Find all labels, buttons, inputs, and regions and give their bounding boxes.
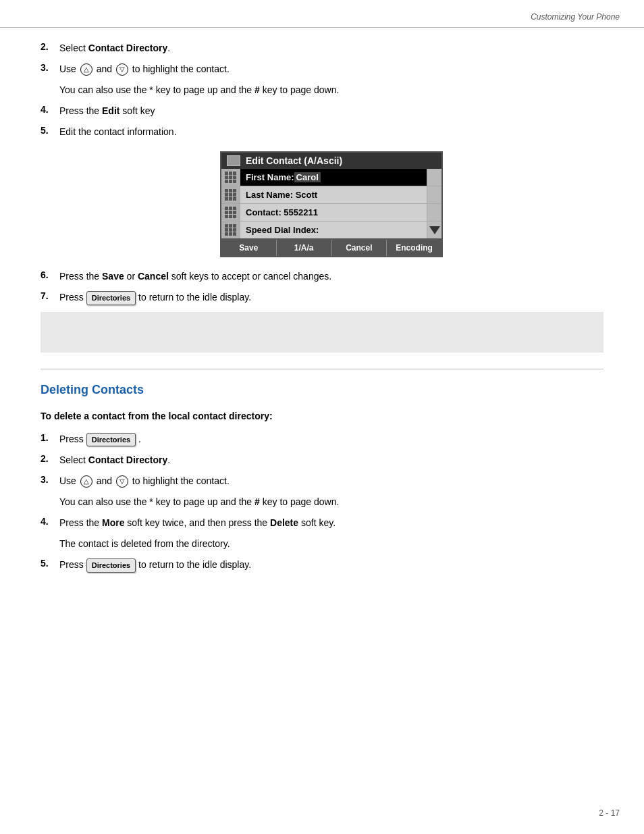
step-6: 6. Press the Save or Cancel soft keys to… [41,269,603,284]
phone-scroll-arrow [427,221,441,238]
main-content: 2. Select Contact Directory. 3. Use △ an… [0,28,644,593]
step-3-content: Use △ and ▽ to highlight the contact. [59,62,603,76]
s2-step-3: 3. Use △ and ▽ to highlight the contact. [41,474,603,488]
s2-step-4-sub: The contact is deleted from the director… [59,537,603,551]
step-2-content: Select Contact Directory. [59,41,603,55]
phone-row-3: Contact: 5552211 [221,204,441,221]
step-7: 7. Press Directories to return to the id… [41,290,603,305]
s2-step-3-content: Use △ and ▽ to highlight the contact. [59,474,603,488]
step-4-content: Press the Edit soft key [59,104,603,118]
phone-row-4-icon [221,221,240,238]
grid-icon-2 [225,189,236,201]
s2-step-3-sub: You can also use the * key to page up an… [59,495,603,509]
phone-row-3-content: Contact: 5552211 [240,204,427,221]
page-footer: 2 - 17 [599,808,620,818]
phone-row-1-icon [221,169,240,186]
scroll-down-icon [429,226,440,234]
step-4-bold: Edit [102,105,119,116]
phone-row-1: First Name:Carol [221,169,441,186]
step-2-number: 2. [41,41,59,52]
phone-row-2: Last Name: Scott [221,186,441,204]
step-2: 2. Select Contact Directory. [41,41,603,55]
page-header: Customizing Your Phone [0,0,644,28]
step-7-content: Press Directories to return to the idle … [59,290,603,305]
phone-screen-titlebar: Edit Contact (A/Ascii) [221,153,441,169]
up-arrow-icon: △ [80,63,92,76]
phone-screen-title: Edit Contact (A/Ascii) [246,155,342,166]
grid-icon-3 [225,207,236,218]
s2-step-2-number: 2. [41,453,59,464]
step-3-sub: You can also use the * key to page up an… [59,83,603,97]
s2-step-4: 4. Press the More soft key twice, and th… [41,516,603,530]
step-6-content: Press the Save or Cancel soft keys to ac… [59,269,603,284]
s2-up-arrow-icon: △ [80,475,92,488]
phone-softkeys: Save 1/A/a Cancel Encoding [221,238,441,256]
down-arrow-icon: ▽ [116,63,128,76]
step-5-content: Edit the contact information. [59,125,603,139]
grid-icon-1 [225,172,236,183]
s2-step-1-content: Press Directories . [59,432,603,447]
step-6-number: 6. [41,269,59,280]
step-4: 4. Press the Edit soft key [41,104,603,118]
s2-step-1: 1. Press Directories . [41,432,603,447]
directories-button-3[interactable]: Directories [86,558,136,573]
phone-row-4-content: Speed Dial Index: [240,221,427,238]
phone-row-2-icon [221,186,240,203]
note-box [41,312,603,353]
phone-row-4: Speed Dial Index: [221,221,441,238]
grid-icon-4 [225,224,236,236]
section2-heading: Deleting Contacts [41,383,603,397]
softkey-1aa: 1/A/a [277,240,332,256]
s2-down-arrow-icon: ▽ [116,475,128,488]
phone-row-1-content: First Name:Carol [240,169,427,186]
directories-button-2[interactable]: Directories [86,433,136,447]
step-3-number: 3. [41,62,59,73]
phone-row-2-content: Last Name: Scott [240,186,427,203]
page: Customizing Your Phone 2. Select Contact… [0,0,644,834]
step-5-number: 5. [41,125,59,136]
phone-scroll-2 [427,186,441,203]
s2-step-2-content: Select Contact Directory. [59,453,603,467]
softkey-cancel: Cancel [332,240,387,256]
softkey-encoding: Encoding [387,240,441,256]
s2-step-4-number: 4. [41,516,59,527]
phone-scroll-placeholder [427,169,441,186]
directories-button-1[interactable]: Directories [86,291,136,305]
section-divider [41,369,603,369]
phone-screen-body: First Name:Carol [221,169,441,238]
s2-step-2: 2. Select Contact Directory. [41,453,603,467]
softkey-save: Save [221,240,277,256]
s2-step-5-number: 5. [41,558,59,569]
s2-step-5: 5. Press Directories to return to the id… [41,558,603,573]
s2-step-4-content: Press the More soft key twice, and then … [59,516,603,530]
step-4-number: 4. [41,104,59,115]
phone-title-icon [227,155,240,166]
s2-step-3-number: 3. [41,474,59,485]
header-title: Customizing Your Phone [531,12,620,22]
s2-step-5-content: Press Directories to return to the idle … [59,558,603,573]
step-7-number: 7. [41,290,59,301]
phone-row-3-icon [221,204,240,221]
phone-screen: Edit Contact (A/Ascii) [220,151,443,257]
step-2-bold: Contact Directory [88,43,167,53]
s2-step-1-number: 1. [41,432,59,443]
section2-instruction: To delete a contact from the local conta… [41,411,603,421]
step-3: 3. Use △ and ▽ to highlight the contact. [41,62,603,76]
phone-screen-container: Edit Contact (A/Ascii) [59,151,603,257]
phone-scroll-3 [427,204,441,221]
page-number: 2 - 17 [599,808,620,818]
step-5: 5. Edit the contact information. [41,125,603,139]
